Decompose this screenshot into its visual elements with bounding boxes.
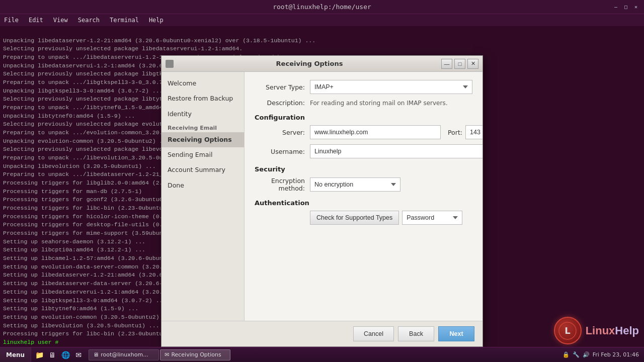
clock: Fri Feb 23, 01:46	[593, 351, 639, 358]
logo-icon: L	[554, 317, 582, 344]
taskbar-terminal-label: root@linuxhom...	[101, 351, 148, 358]
taskbar: Menu 📁 🖥 🌐 ✉ 🖥 root@linuxhom... ✉ Receiv…	[0, 347, 644, 362]
back-button[interactable]: Back	[398, 326, 434, 341]
dialog-window-controls: — □ ✕	[441, 59, 478, 69]
dialog-close-btn[interactable]: ✕	[467, 59, 478, 69]
menu-file[interactable]: File	[2, 16, 21, 25]
dialog-main-content: Server Type: IMAP+ IMAP POP3 Local deliv…	[245, 72, 482, 321]
dialog-sidebar: Welcome Restore from Backup Identity Rec…	[162, 72, 245, 321]
update-icon: 🔧	[573, 351, 580, 358]
description-row: Description: For reading and storing mai…	[255, 99, 472, 107]
dialog-titlebar: Receiving Options — □ ✕	[162, 56, 482, 72]
taskbar-app-files[interactable]: 📁	[33, 349, 45, 361]
encryption-control: No encryption STARTTLS SSL on a dedicate…	[310, 177, 472, 192]
taskbar-app-icons: 📁 🖥 🌐 ✉	[31, 349, 87, 361]
dialog-title: Receiving Options	[178, 60, 441, 67]
receiving-options-dialog: Receiving Options — □ ✕ Welcome Restore …	[161, 55, 483, 347]
description-label: Description:	[255, 99, 310, 107]
dialog-footer: Cancel Back Next	[162, 321, 482, 346]
logo-text: LinuxHelp	[586, 324, 639, 337]
authentication-header: Authentication	[255, 199, 472, 207]
sidebar-item-welcome[interactable]: Welcome	[162, 76, 244, 91]
dialog-icon	[166, 60, 174, 68]
taskbar-dialog-icon: ✉	[165, 351, 169, 358]
username-label: Username:	[255, 148, 310, 155]
taskbar-app-mail[interactable]: ✉	[72, 349, 85, 361]
terminal-window-controls: — □ ✕	[612, 3, 640, 11]
network-icon: 🔒	[562, 351, 570, 358]
terminal-minimize-btn[interactable]: —	[612, 3, 620, 11]
server-type-control: IMAP+ IMAP POP3 Local delivery	[310, 80, 472, 94]
username-row: Username:	[255, 144, 472, 158]
server-input[interactable]	[310, 125, 441, 139]
taskbar-dialog-label: Receiving Options	[171, 351, 221, 358]
terminal-title: root@linuxhelp:/home/user	[273, 3, 371, 11]
menu-terminal[interactable]: Terminal	[108, 16, 141, 25]
port-label: Port:	[448, 129, 462, 136]
volume-icon: 🔊	[583, 351, 590, 358]
menu-search[interactable]: Search	[76, 16, 102, 25]
encryption-label: Encryption method:	[255, 177, 310, 192]
taskbar-terminal-window[interactable]: 🖥 root@linuxhom...	[89, 349, 159, 360]
menu-view[interactable]: View	[51, 16, 70, 25]
encryption-select[interactable]: No encryption STARTTLS SSL on a dedicate…	[310, 177, 400, 192]
menu-edit[interactable]: Edit	[27, 16, 45, 25]
server-row: Server: Port: ▲ ▼	[255, 125, 472, 139]
taskbar-app-terminal[interactable]: 🖥	[46, 349, 58, 361]
server-type-label: Server Type:	[255, 83, 310, 91]
username-control	[310, 144, 482, 158]
server-type-row: Server Type: IMAP+ IMAP POP3 Local deliv…	[255, 80, 472, 94]
sidebar-item-restore[interactable]: Restore from Backup	[162, 91, 244, 106]
server-type-select[interactable]: IMAP+ IMAP POP3 Local delivery	[310, 80, 472, 94]
port-input-wrap: ▲ ▼	[465, 125, 482, 139]
taskbar-dialog-window[interactable]: ✉ Receiving Options	[160, 349, 230, 360]
sidebar-section-receiving-email: Receiving Email	[162, 122, 244, 132]
encryption-row: Encryption method: No encryption STARTTL…	[255, 177, 472, 192]
linuxhelp-logo: L LinuxHelp	[554, 317, 639, 344]
port-input[interactable]	[465, 125, 482, 139]
sidebar-item-identity[interactable]: Identity	[162, 107, 244, 122]
security-header: Security	[255, 165, 472, 173]
description-value: For reading and storing mail on IMAP ser…	[310, 99, 472, 107]
check-supported-types-button[interactable]: Check for Supported Types	[310, 211, 399, 225]
taskbar-system-tray: 🔒 🔧 🔊 Fri Feb 23, 01:46	[557, 351, 644, 358]
authentication-row: Check for Supported Types Password Kerbe…	[310, 211, 472, 225]
sidebar-item-receiving-options[interactable]: Receiving Options	[162, 132, 244, 147]
auth-type-select[interactable]: Password Kerberos NTLM OAuth2	[402, 211, 462, 225]
dialog-minimize-btn[interactable]: —	[441, 59, 452, 69]
taskbar-app-browser[interactable]: 🌐	[59, 349, 71, 361]
sidebar-item-done[interactable]: Done	[162, 178, 244, 193]
taskbar-windows: 🖥 root@linuxhom... ✉ Receiving Options	[87, 349, 557, 360]
taskbar-menu-button[interactable]: Menu	[0, 347, 31, 362]
taskbar-terminal-icon: 🖥	[93, 351, 99, 358]
menu-help[interactable]: Help	[147, 16, 166, 25]
sidebar-item-sending-email[interactable]: Sending Email	[162, 147, 244, 162]
terminal-menubar: File Edit View Search Terminal Help	[0, 14, 644, 26]
sidebar-item-account-summary[interactable]: Account Summary	[162, 162, 244, 177]
configuration-header: Configuration	[255, 114, 472, 121]
terminal-maximize-btn[interactable]: □	[622, 3, 630, 11]
cancel-button[interactable]: Cancel	[353, 326, 394, 341]
dialog-maximize-btn[interactable]: □	[454, 59, 465, 69]
terminal-titlebar: root@linuxhelp:/home/user — □ ✕	[0, 0, 644, 14]
terminal-close-btn[interactable]: ✕	[632, 3, 640, 11]
server-port-control: Port: ▲ ▼	[310, 125, 482, 139]
server-label: Server:	[255, 129, 310, 136]
next-button[interactable]: Next	[438, 326, 474, 341]
svg-text:L: L	[565, 325, 570, 336]
dialog-body: Welcome Restore from Backup Identity Rec…	[162, 72, 482, 321]
username-input[interactable]	[310, 144, 482, 158]
